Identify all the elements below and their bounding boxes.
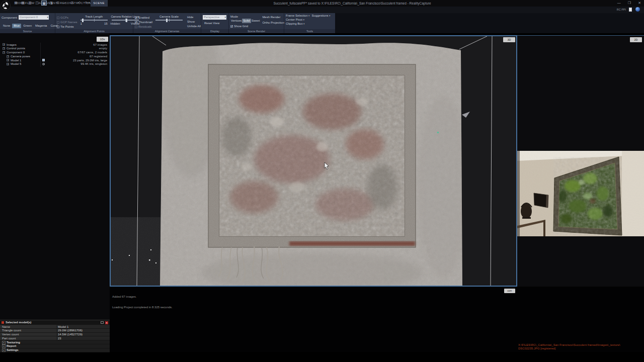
- track-length-min: 1: [80, 22, 82, 25]
- property-value: 29.0M (28961706): [56, 329, 110, 332]
- tree-item-label: Images: [7, 43, 17, 46]
- show-button[interactable]: Show: [186, 20, 202, 24]
- hide-button[interactable]: Hide: [186, 15, 202, 20]
- status-texture-path: X:\FILES\RC\_California\_San Francisco\S…: [518, 343, 620, 347]
- console-log-line: Loading Project completed in 8.325 secon…: [112, 306, 173, 309]
- color-blue-button[interactable]: Blue: [12, 24, 21, 28]
- scene-render-group-label: Scene Render: [229, 29, 284, 33]
- ribbon-empty-area: [335, 13, 644, 33]
- tree-item-model-5[interactable]: Model 5 99.4K tris, singleton: [0, 62, 110, 66]
- tree-item-control-points[interactable]: Control points empty: [0, 47, 110, 51]
- color-green-button[interactable]: Green: [22, 24, 33, 28]
- alignment-points-group-label: Alignment Points: [55, 29, 133, 33]
- track-length-slider[interactable]: [80, 20, 108, 21]
- viewport-3d[interactable]: [110, 35, 517, 287]
- mode-solid-button[interactable]: Solid: [242, 19, 251, 23]
- maximize-button[interactable]: ❐: [628, 1, 631, 6]
- mode-label: Mode: [230, 15, 260, 18]
- tree-item-camera-poses[interactable]: Camera poses 67 registered: [0, 54, 110, 58]
- group-alignment-points: GCPs GCP Names Tie Points Track Length 1…: [55, 13, 133, 29]
- property-value: 23: [56, 336, 110, 340]
- scene-tree: Images 67 images Control points empty Co…: [0, 43, 110, 66]
- ribbon-group-labels: Source Alignment Points Alignment Camera…: [0, 29, 335, 33]
- model-visibility-icon[interactable]: [42, 63, 45, 65]
- section-texturing[interactable]: Texturing: [0, 340, 110, 344]
- model-property-row: Part count 23: [0, 336, 110, 340]
- property-key: Triangle count: [0, 329, 56, 332]
- tree-item-label: Camera poses: [11, 55, 30, 58]
- console-tab[interactable]: con: [504, 289, 515, 293]
- ortho-projection-button[interactable]: Ortho Projection: [262, 21, 284, 25]
- model-solid-icon[interactable]: [42, 59, 45, 61]
- viewport-2d-tab[interactable]: 2D: [630, 37, 642, 42]
- viewport-2d[interactable]: [517, 36, 644, 287]
- residuals-label: Residuals: [138, 25, 151, 28]
- property-value[interactable]: Model 1: [56, 325, 110, 328]
- tree-item-value: 23 parts, 29.0M tris, large: [73, 59, 107, 62]
- enabled-checkbox[interactable]: [135, 17, 137, 19]
- minimize-button[interactable]: —: [617, 1, 621, 6]
- section-settings[interactable]: Settings: [0, 348, 110, 352]
- tree-item-model-1[interactable]: Model 1 23 parts, 29.0M tris, large: [0, 58, 110, 62]
- source-group-label: Source: [0, 29, 55, 33]
- tools-group-label: Tools: [284, 29, 335, 33]
- projection-dropdown[interactable]: Perspective: [203, 15, 226, 20]
- component-dropdown[interactable]: Component 0: [19, 15, 49, 20]
- mode-vertices-button[interactable]: Vertices: [230, 19, 242, 23]
- scanned-mesh-render: [111, 36, 516, 286]
- expander-icon[interactable]: [3, 51, 5, 54]
- tree-item-component-0[interactable]: Component 0 67/67 cams, 2 models: [0, 51, 110, 55]
- expander-icon[interactable]: [7, 55, 9, 58]
- ribbon-tab-row: [0, 7, 644, 13]
- unhide-all-button[interactable]: Unhide All: [186, 24, 202, 29]
- expander-icon[interactable]: [3, 43, 5, 46]
- reset-view-button[interactable]: Reset View: [203, 21, 227, 26]
- document-icon[interactable]: [629, 8, 632, 12]
- viewport-3d-tab[interactable]: 3D: [503, 37, 515, 42]
- color-magenta-button[interactable]: Magenta: [34, 24, 48, 28]
- alignment-cameras-group-label: Alignment Cameras: [133, 29, 201, 33]
- tab-workflow[interactable]: WORKFLOW: [15, 0, 35, 7]
- dock-icon[interactable]: [101, 321, 104, 324]
- tab-alignment[interactable]: ALIGNMENT: [38, 0, 56, 7]
- tree-item-images[interactable]: Images 67 images: [0, 43, 110, 47]
- expander-icon[interactable]: [3, 47, 5, 50]
- panel-close-icon[interactable]: ×: [105, 321, 108, 324]
- gcp-names-label: GCP Names: [60, 21, 77, 24]
- tree-item-value: 67/67 cams, 2 models: [77, 51, 107, 54]
- gcp-names-checkbox[interactable]: [57, 21, 59, 24]
- model-panel-icon: [2, 321, 4, 324]
- mesh-render-button[interactable]: Mesh Render: [262, 15, 284, 20]
- suggestions-button[interactable]: Suggestions: [312, 14, 331, 17]
- tree-item-value: 67 images: [93, 43, 107, 46]
- realitycapture-window: ▤ ▦ ▥ ◫ ▣ ◨ ⊞ ⌐ ⊡ ↶ ↷ ▸ + 3D Succulent_f…: [0, 0, 644, 362]
- expander-icon[interactable]: [7, 59, 9, 61]
- camera-scale-slider[interactable]: [155, 20, 183, 21]
- center-pivot-button[interactable]: Center Pivot: [286, 18, 334, 21]
- residuals-checkbox[interactable]: [135, 26, 137, 28]
- clipping-box-button[interactable]: Clipping Box: [286, 22, 334, 25]
- show-grid-checkbox[interactable]: [230, 25, 233, 28]
- model-property-row: Vertex count 14.5M (14527729): [0, 333, 110, 337]
- expander-icon[interactable]: [7, 63, 9, 65]
- section-report[interactable]: Report: [0, 344, 110, 348]
- thumbnail-checkbox[interactable]: [135, 21, 137, 24]
- console-panel: Added 67 images. Loading Project complet…: [110, 287, 644, 352]
- property-key: Name: [0, 325, 56, 328]
- close-button[interactable]: ✕: [638, 1, 641, 6]
- account-orb-icon[interactable]: [635, 7, 640, 12]
- tree-item-label: Model 5: [11, 62, 21, 65]
- tab-reconstruction[interactable]: RECONSTRUCTION: [60, 0, 88, 7]
- frame-selection-button[interactable]: Frame Selection: [286, 14, 310, 17]
- tab-scene[interactable]: SCENE: [91, 0, 107, 7]
- sidebar-panel-tab[interactable]: 1Ds: [97, 37, 108, 42]
- tree-item-label: Control points: [7, 47, 25, 50]
- mode-sweet-button[interactable]: Sweet: [251, 19, 261, 23]
- track-length-label: Track Length: [85, 15, 103, 18]
- reference-photo: [517, 151, 644, 236]
- selected-model-panel: Selected model(s) × Name Model 1 Triangl…: [0, 320, 110, 352]
- gcps-checkbox[interactable]: [57, 17, 59, 19]
- model-property-row: Name Model 1: [0, 325, 110, 329]
- color-none-button[interactable]: None: [2, 24, 12, 28]
- tie-points-checkbox[interactable]: [57, 26, 59, 28]
